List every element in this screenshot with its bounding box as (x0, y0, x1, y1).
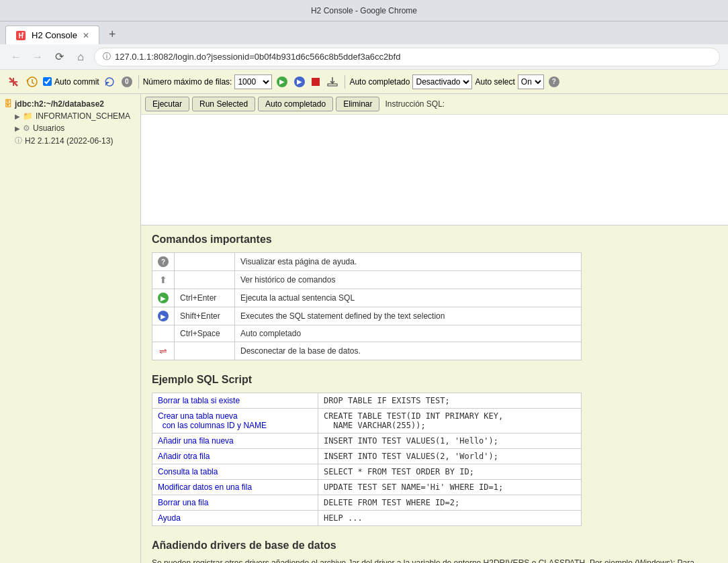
disconnect-button[interactable] (5, 74, 21, 89)
max-rows-select[interactable]: 1000 100 500 10000 (234, 74, 272, 89)
example-link-4[interactable]: Consulta la tabla (152, 464, 318, 480)
run-button[interactable]: ▶ (275, 75, 289, 89)
example-link-anchor-6[interactable]: Borrar una fila (158, 498, 208, 507)
cmd-icon-1: ⬆ (152, 271, 175, 289)
table-row: Borrar la tabla si existe DROP TABLE IF … (152, 393, 582, 409)
examples-table: Borrar la tabla si existe DROP TABLE IF … (152, 393, 582, 526)
example-link-anchor-0[interactable]: Borrar la tabla si existe (158, 396, 240, 405)
example-code-4: SELECT * FROM TEST ORDER BY ID; (318, 464, 581, 480)
forward-button[interactable]: → (30, 49, 46, 65)
cmd-icon-2: ▶ (152, 289, 175, 307)
table-row: ? Visualizar esta página de ayuda. (152, 253, 582, 271)
browser-tab[interactable]: H 2 H2 Console ✕ (5, 25, 99, 44)
stop-button[interactable] (310, 76, 322, 87)
example-link-7[interactable]: Ayuda (152, 511, 318, 526)
sql-editor[interactable] (141, 115, 728, 225)
example-link-anchor-7[interactable]: Ayuda (158, 513, 181, 523)
tab-close-button[interactable]: ✕ (83, 31, 89, 40)
table-row: ▶ Ctrl+Enter Ejecuta la actual sentencia… (152, 289, 582, 307)
example-link-anchor-1[interactable]: Crear una tabla nueva con las columnas I… (158, 411, 267, 430)
separator-2 (345, 75, 345, 89)
auto-commit-label: Auto commit (54, 77, 99, 87)
example-link-anchor-2[interactable]: Añadir una fila nueva (158, 436, 234, 446)
ejecutar-button[interactable]: Ejecutar (145, 97, 189, 111)
svg-rect-7 (328, 84, 337, 86)
cmd-shortcut-3: Shift+Enter (175, 307, 235, 325)
cmd-desc-2[interactable]: Ejecuta la actual sentencia SQL (235, 289, 582, 307)
folder-icon: 📁 (23, 111, 33, 121)
table-row: ⬆ Ver histórico de comandos (152, 271, 582, 289)
instruccion-label: Instrucción SQL: (385, 99, 445, 109)
example-code-3: INSERT INTO TEST VALUES(2, 'World'); (318, 449, 581, 464)
auto-select-label: Auto select (475, 77, 514, 87)
cmd-shortcut-5 (175, 342, 235, 360)
example-link-1[interactable]: Crear una tabla nueva con las columnas I… (152, 409, 318, 433)
run-sel-cmd-icon: ▶ (158, 311, 169, 321)
cmd-desc-1[interactable]: Ver histórico de comandos (235, 271, 582, 289)
content-area: Ejecutar Run Selected Auto completado El… (141, 94, 728, 563)
cmd-desc-3[interactable]: Executes the SQL statement defined by th… (235, 307, 582, 325)
new-tab-button[interactable]: + (102, 25, 123, 44)
commands-title: Comandos importantes (152, 234, 717, 246)
help-icon: ? (549, 76, 559, 87)
examples-title: Ejemplo SQL Script (152, 374, 717, 386)
run-icon: ▶ (277, 76, 287, 87)
sql-textarea[interactable] (141, 115, 728, 225)
history-button[interactable] (24, 74, 40, 89)
title-bar-text: H2 Console - Google Chrome (5, 6, 723, 15)
toolbar-help-button[interactable]: ? (547, 75, 561, 89)
cmd-desc-4[interactable]: Auto completado (235, 325, 582, 342)
back-button[interactable]: ← (8, 49, 24, 65)
arrow-up-icon: ⬆ (159, 274, 167, 285)
reload-button[interactable]: ⟳ (51, 49, 67, 65)
home-button[interactable]: ⌂ (73, 49, 89, 65)
auto-completado-button[interactable]: Auto completado (258, 97, 333, 111)
sidebar-usuarios[interactable]: ▶ ⚙ Usuarios (15, 122, 136, 134)
disconnect-cmd-icon: ⇌ (159, 346, 167, 356)
usuarios-label: Usuarios (33, 123, 64, 133)
app-toolbar: Auto commit 0 Número máximo de filas: 10… (0, 70, 728, 94)
question-icon: 0 (122, 76, 132, 87)
example-link-2[interactable]: Añadir una fila nueva (152, 433, 318, 449)
upload-button[interactable] (324, 74, 340, 89)
auto-complete-select[interactable]: Desactivado Activado (412, 74, 472, 89)
auto-complete-label: Auto completado (349, 77, 410, 87)
version-label: H2 2.1.214 (2022-06-13) (25, 136, 113, 146)
run-sel-button[interactable]: ▶ (292, 75, 307, 89)
example-link-anchor-4[interactable]: Consulta la tabla (158, 467, 218, 476)
info-schema-label: INFORMATION_SCHEMA (36, 111, 130, 121)
example-code-7: HELP ... (318, 511, 581, 526)
cmd-desc-0[interactable]: Visualizar esta página de ayuda. (235, 253, 582, 271)
sidebar: 🗄 jdbc:h2:~/h2/database2 ▶ 📁 INFORMATION… (0, 94, 141, 563)
table-row: Ctrl+Space Auto completado (152, 325, 582, 342)
drivers-title: Añadiendo drivers de base de datos (152, 540, 717, 552)
sidebar-database[interactable]: 🗄 jdbc:h2:~/h2/database2 (4, 98, 136, 110)
toolbar-refresh-button[interactable] (102, 75, 117, 89)
auto-commit-checkbox[interactable]: Auto commit (43, 77, 99, 87)
cmd-icon-3: ▶ (152, 307, 175, 325)
tab-label: H2 Console (32, 30, 77, 40)
table-row: Modificar datos en una fila UPDATE TEST … (152, 480, 582, 495)
url-bar[interactable]: ⓘ 127.0.1.1:8082/login.do?jsessionid=0b0… (94, 48, 720, 66)
sidebar-sub: ▶ 📁 INFORMATION_SCHEMA ▶ ⚙ Usuarios ⓘ H2… (4, 110, 136, 147)
example-link-6[interactable]: Borrar una fila (152, 495, 318, 511)
example-link-anchor-3[interactable]: Añadir otra fila (158, 452, 210, 461)
example-link-3[interactable]: Añadir otra fila (152, 449, 318, 464)
title-bar: H2 Console - Google Chrome (0, 0, 728, 21)
cmd-desc-5[interactable]: Desconectar de la base de datos. (235, 342, 582, 360)
example-link-5[interactable]: Modificar datos en una fila (152, 480, 318, 495)
example-link-0[interactable]: Borrar la tabla si existe (152, 393, 318, 409)
cmd-shortcut-1 (175, 271, 235, 289)
run-selected-button[interactable]: Run Selected (192, 97, 255, 111)
toolbar-info-button[interactable]: 0 (120, 75, 134, 89)
help-cmd-icon: ? (158, 256, 169, 267)
run-cmd-icon: ▶ (158, 293, 169, 303)
auto-select-select[interactable]: On Off (518, 74, 544, 89)
auto-commit-input[interactable] (43, 77, 52, 86)
stop-icon (312, 78, 320, 86)
sidebar-info-schema[interactable]: ▶ 📁 INFORMATION_SCHEMA (15, 110, 136, 122)
example-link-anchor-5[interactable]: Modificar datos en una fila (158, 482, 252, 492)
example-code-1: CREATE TABLE TEST(ID INT PRIMARY KEY, NA… (318, 409, 581, 433)
example-code-0: DROP TABLE IF EXISTS TEST; (318, 393, 581, 409)
eliminar-button[interactable]: Eliminar (336, 97, 379, 111)
